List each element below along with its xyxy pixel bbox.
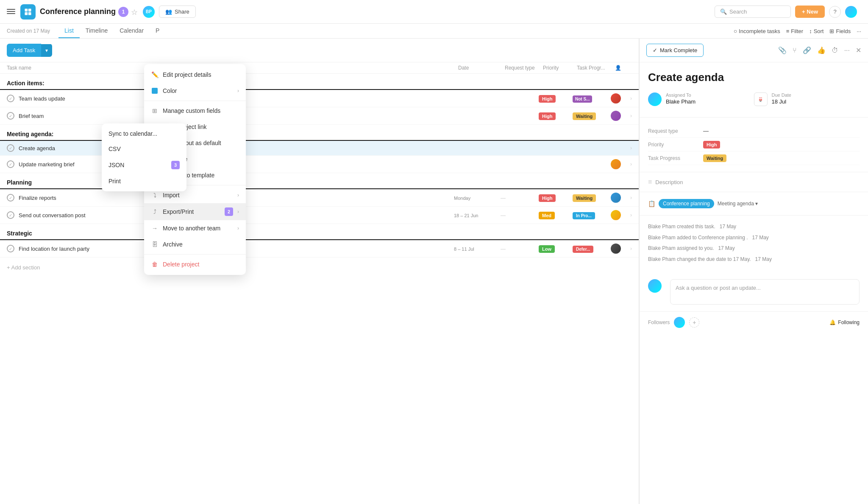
hamburger-icon[interactable] — [7, 9, 15, 15]
menu-item-color[interactable]: Color › — [144, 83, 246, 99]
tab-timeline[interactable]: Timeline — [80, 24, 114, 38]
project-badge[interactable]: Conference planning — [659, 199, 714, 208]
share-button[interactable]: 👥 Share — [159, 6, 196, 18]
comment-input[interactable]: Ask a question or post an update... — [670, 279, 860, 305]
assigned-to-label: Assigned To — [666, 92, 696, 98]
star-icon[interactable]: ☆ — [131, 8, 139, 16]
svg-rect-3 — [28, 12, 31, 15]
following-button[interactable]: 🔔 Following — [829, 319, 860, 325]
sort-button[interactable]: ↕ Sort — [809, 28, 823, 34]
task-check[interactable] — [7, 211, 14, 219]
col-header-progress: Task Progr... — [577, 65, 615, 71]
filter-button[interactable]: ≡ Filter — [786, 28, 803, 34]
chevron-down-icon: ▾ — [755, 201, 758, 207]
task-row[interactable]: Brief team High Waiting › — [0, 107, 639, 125]
json-badge: 3 — [171, 161, 180, 169]
menu-item-export[interactable]: ⤴ Export/Print 2 › — [144, 203, 246, 220]
svg-rect-2 — [25, 12, 28, 15]
avatar — [611, 193, 621, 203]
due-date-value[interactable]: 18 Jul — [772, 98, 791, 105]
add-section-button[interactable]: + Add section — [0, 258, 639, 277]
attachment-icon[interactable]: 📎 — [778, 46, 787, 54]
chevron-icon: › — [630, 145, 632, 151]
assigned-avatar — [648, 92, 662, 106]
delete-icon: 🗑 — [151, 260, 159, 268]
help-button[interactable]: ? — [829, 6, 841, 18]
more-icon[interactable]: ··· — [844, 47, 850, 54]
new-button[interactable]: + New — [795, 6, 825, 18]
menu-item-archive[interactable]: 🗄 Archive — [144, 236, 246, 252]
color-icon — [151, 87, 159, 95]
task-check[interactable] — [7, 144, 14, 152]
task-check[interactable] — [7, 112, 14, 120]
task-row[interactable]: Team leads update High Not S... › — [0, 90, 639, 107]
task-progress-label: Task Progress — [648, 155, 703, 161]
user-avatar-topright[interactable] — [845, 6, 857, 18]
priority-value[interactable]: High — [703, 141, 720, 148]
subtask-icon[interactable]: ⑂ — [793, 47, 797, 54]
progress-badge: Defer... — [573, 246, 593, 253]
app-icon — [20, 4, 36, 20]
followers-label: Followers — [648, 319, 670, 325]
task-row[interactable]: Send out conversation post 18 – 21 Jun —… — [0, 207, 639, 224]
thumbsup-icon[interactable]: 👍 — [817, 46, 826, 54]
priority-badge: High — [539, 112, 556, 120]
search-box[interactable]: 🔍 Search — [715, 6, 791, 18]
assigned-to-value[interactable]: Blake Pham — [666, 98, 696, 105]
description-icon: ≡ — [648, 178, 652, 186]
task-detail-title: Create agenda — [640, 62, 868, 88]
incomplete-tasks-filter[interactable]: ○ Incomplete tasks — [734, 28, 780, 34]
add-follower-button[interactable]: + — [689, 317, 699, 328]
project-section[interactable]: Meeting agenda ▾ — [718, 201, 758, 207]
circle-icon: ○ — [734, 28, 737, 34]
timer-icon[interactable]: ⏱ — [832, 47, 838, 54]
dropdown-badge-button[interactable]: 1 — [118, 7, 128, 17]
submenu-item-csv[interactable]: CSV — [102, 141, 186, 157]
priority-badge: High — [539, 194, 556, 202]
avatar — [611, 210, 621, 220]
task-check[interactable] — [7, 194, 14, 202]
import-icon: ⤵ — [151, 191, 159, 199]
checkmark-icon: ✓ — [653, 47, 657, 53]
chevron-icon: › — [630, 246, 632, 252]
task-check[interactable] — [7, 95, 14, 102]
menu-item-move[interactable]: → Move to another team › — [144, 220, 246, 236]
request-type-value[interactable]: — — [703, 128, 709, 134]
priority-badge: Low — [539, 245, 555, 253]
progress-badge: Waiting — [573, 194, 596, 202]
task-progress-value[interactable]: Waiting — [703, 155, 726, 161]
fields-button[interactable]: ⊞ Fields — [829, 28, 851, 34]
user-avatar: BP — [143, 6, 155, 18]
mark-complete-button[interactable]: ✓ Mark Complete — [646, 44, 704, 57]
task-row[interactable]: Update marketing brief › — [0, 156, 639, 173]
avatar — [611, 93, 621, 104]
due-date-label: Due Date — [772, 92, 791, 98]
tab-calendar[interactable]: Calendar — [114, 24, 150, 38]
submenu-item-sync-calendar[interactable]: Sync to calendar... — [102, 126, 186, 141]
progress-badge: Not S... — [573, 95, 592, 103]
tab-p[interactable]: P — [150, 24, 165, 38]
link-icon[interactable]: 🔗 — [803, 46, 811, 54]
close-icon[interactable]: ✕ — [856, 46, 861, 54]
due-date-icon: ▪▪▪ 📅 — [754, 92, 768, 106]
submenu-item-json[interactable]: JSON 3 — [102, 157, 186, 174]
commenter-avatar — [648, 279, 662, 293]
follower-avatar — [674, 317, 685, 328]
tab-list[interactable]: List — [58, 24, 80, 38]
description-label: Description — [655, 179, 683, 185]
avatar — [611, 159, 621, 169]
more-options-button[interactable]: ··· — [857, 28, 861, 34]
submenu-item-print[interactable]: Print — [102, 174, 186, 189]
task-check[interactable] — [7, 160, 14, 168]
chevron-right-icon: › — [237, 225, 239, 231]
add-task-button[interactable]: Add Task ▾ — [7, 44, 52, 57]
chevron-icon: › — [630, 95, 632, 101]
task-check[interactable] — [7, 245, 14, 252]
task-row[interactable]: Create agenda › — [0, 141, 639, 156]
pencil-icon: ✏️ — [151, 71, 159, 78]
task-row[interactable]: Find location for launch party 8 – 11 Ju… — [0, 240, 639, 258]
menu-item-custom-fields[interactable]: ⊞ Manage custom fields — [144, 103, 246, 119]
task-row[interactable]: Finalize reports Monday — High Waiting › — [0, 189, 639, 207]
menu-item-edit[interactable]: ✏️ Edit project details — [144, 67, 246, 83]
menu-item-delete[interactable]: 🗑 Delete project — [144, 256, 246, 272]
